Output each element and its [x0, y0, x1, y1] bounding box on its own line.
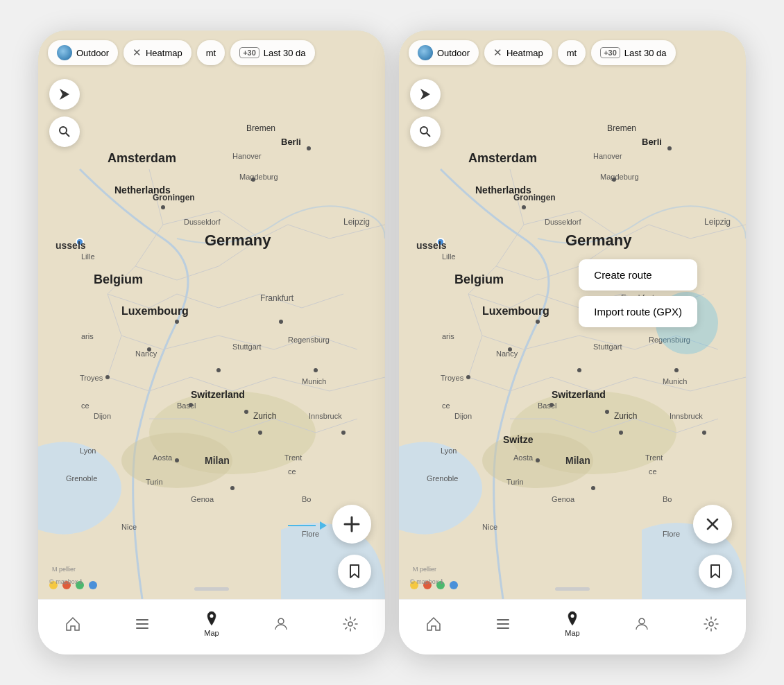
svg-text:Nancy: Nancy [135, 349, 157, 358]
mt-label: mt [206, 48, 216, 58]
right-top-bar: Outdoor ✕ Heatmap mt +30 Last 30 da [409, 40, 736, 65]
last30-chip[interactable]: +30 Last 30 da [230, 40, 314, 65]
svg-point-16 [175, 458, 179, 462]
globe-icon [57, 45, 72, 60]
nav-profile[interactable] [246, 616, 316, 632]
right-nav-home[interactable] [399, 616, 468, 632]
right-mapbox-logo: © mapbox ℹ [410, 578, 443, 585]
outdoor-chip[interactable]: Outdoor [48, 40, 118, 65]
right-close-icon[interactable]: ✕ [493, 46, 502, 59]
svg-text:Magdeburg: Magdeburg [239, 173, 278, 181]
screen-container: Groningen Bremen Berli Hanover Amsterdam… [24, 17, 760, 668]
right-nav-settings[interactable] [676, 616, 746, 632]
svg-text:Trent: Trent [284, 453, 302, 462]
locate-button[interactable] [49, 79, 80, 110]
nav-settings[interactable] [316, 616, 385, 632]
svg-point-9 [175, 320, 179, 324]
nav-map[interactable]: Map [177, 610, 246, 637]
arrow-head [320, 521, 327, 530]
svg-rect-66 [136, 627, 148, 629]
right-map-pin-icon [564, 610, 581, 627]
svg-text:Munich: Munich [302, 377, 326, 385]
svg-text:Luxembourg: Luxembourg [482, 305, 549, 317]
right-heatmap-chip[interactable]: ✕ Heatmap [484, 40, 552, 65]
dot-blue [89, 581, 97, 589]
svg-text:M: M [413, 566, 418, 573]
svg-text:aris: aris [81, 332, 94, 340]
svg-point-8 [279, 320, 283, 324]
svg-rect-64 [136, 619, 148, 621]
right-home-icon [425, 616, 442, 632]
right-fab-bookmark[interactable] [699, 555, 732, 588]
right-nav-profile[interactable] [607, 616, 676, 632]
right-outdoor-chip[interactable]: Outdoor [409, 40, 479, 65]
svg-text:Dusseldorf: Dusseldorf [545, 218, 582, 226]
svg-text:Leipzig: Leipzig [343, 217, 370, 227]
svg-point-69 [348, 622, 352, 626]
svg-point-77 [577, 368, 581, 372]
svg-text:Berli: Berli [281, 137, 301, 147]
right-scroll-indicator [555, 587, 590, 591]
svg-text:Berli: Berli [642, 137, 662, 147]
svg-text:Luxembourg: Luxembourg [121, 305, 189, 317]
right-nav-map[interactable]: Map [538, 610, 607, 637]
svg-rect-136 [497, 623, 509, 625]
nav-list[interactable] [108, 616, 177, 632]
svg-point-12 [314, 368, 318, 372]
left-arrow-indicator [288, 521, 327, 530]
svg-text:Amsterdam: Amsterdam [108, 151, 176, 165]
right-mt-chip[interactable]: mt [558, 40, 586, 65]
left-map-svg: Groningen Bremen Berli Hanover Amsterdam… [38, 31, 385, 599]
right-nav-map-label: Map [565, 629, 579, 637]
map-pin-icon [203, 610, 220, 627]
search-button[interactable] [49, 116, 80, 147]
left-top-bar: Outdoor ✕ Heatmap mt +30 Last 30 da [48, 40, 375, 65]
svg-point-3 [161, 205, 165, 209]
heatmap-chip[interactable]: ✕ Heatmap [123, 40, 191, 65]
left-bottom-nav: Map [38, 599, 385, 654]
right-locate-button[interactable] [410, 79, 441, 110]
right-last30-chip[interactable]: +30 Last 30 da [591, 40, 675, 65]
right-settings-icon [703, 616, 719, 632]
left-fab-plus[interactable] [332, 505, 371, 544]
svg-text:Zurich: Zurich [614, 411, 637, 421]
list-icon [134, 616, 151, 632]
svg-text:Nancy: Nancy [496, 349, 518, 358]
left-fab-bookmark[interactable] [338, 555, 371, 588]
svg-text:Netherlands: Netherlands [475, 184, 531, 196]
svg-point-140 [709, 622, 713, 626]
svg-text:Stuttgart: Stuttgart [232, 342, 262, 351]
create-route-button[interactable]: Create route [579, 259, 697, 291]
svg-point-86 [536, 458, 540, 462]
svg-text:Germany: Germany [205, 232, 271, 249]
svg-text:Milan: Milan [565, 455, 590, 466]
svg-text:Lille: Lille [81, 252, 95, 261]
right-globe-icon [418, 45, 433, 60]
svg-point-138 [571, 614, 574, 618]
svg-text:Milan: Milan [205, 455, 230, 466]
svg-text:ussels: ussels [56, 240, 86, 251]
locate-icon [58, 87, 71, 101]
mt-chip[interactable]: mt [197, 40, 225, 65]
svg-text:Switzerland: Switzerland [552, 389, 606, 400]
nav-home[interactable] [38, 616, 108, 632]
right-search-button[interactable] [410, 116, 441, 147]
svg-text:Innsbruck: Innsbruck [309, 412, 342, 420]
close-icon[interactable]: ✕ [133, 46, 142, 59]
svg-text:Genoa: Genoa [552, 495, 575, 503]
svg-point-83 [466, 375, 470, 379]
svg-text:Netherlands: Netherlands [114, 184, 171, 196]
svg-text:Munich: Munich [663, 377, 687, 385]
svg-point-131 [420, 127, 427, 134]
import-route-button[interactable]: Import route (GPX) [579, 296, 697, 327]
svg-text:Dusseldorf: Dusseldorf [184, 218, 221, 226]
right-mapbox-credit: © mapbox ℹ [410, 578, 443, 585]
right-nav-list[interactable] [468, 616, 538, 632]
svg-rect-65 [136, 623, 148, 625]
right-mt-label: mt [567, 48, 577, 58]
svg-point-73 [522, 205, 526, 209]
svg-point-67 [210, 614, 214, 618]
svg-text:Genoa: Genoa [191, 495, 214, 503]
right-fab-close[interactable] [693, 505, 732, 544]
svg-rect-135 [497, 619, 509, 621]
